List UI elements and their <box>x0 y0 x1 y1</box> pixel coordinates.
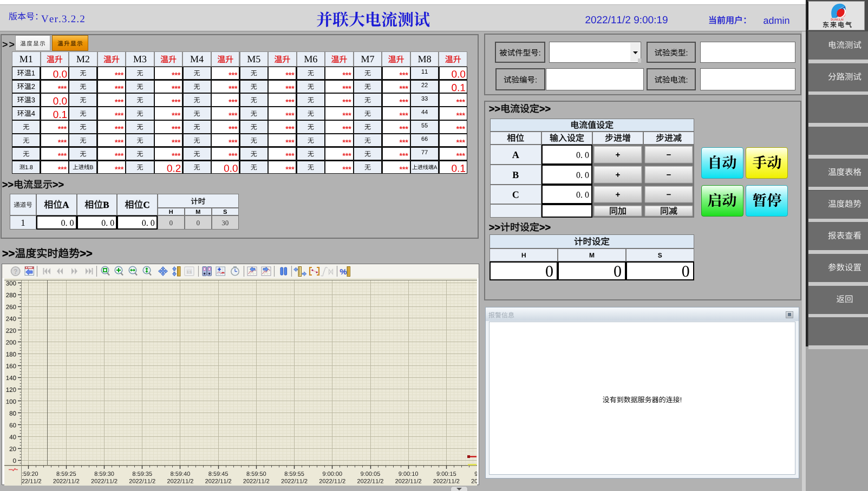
svg-text:1:1: 1:1 <box>187 270 192 274</box>
svg-text:%: % <box>340 267 347 276</box>
svg-text:?: ? <box>14 268 17 276</box>
